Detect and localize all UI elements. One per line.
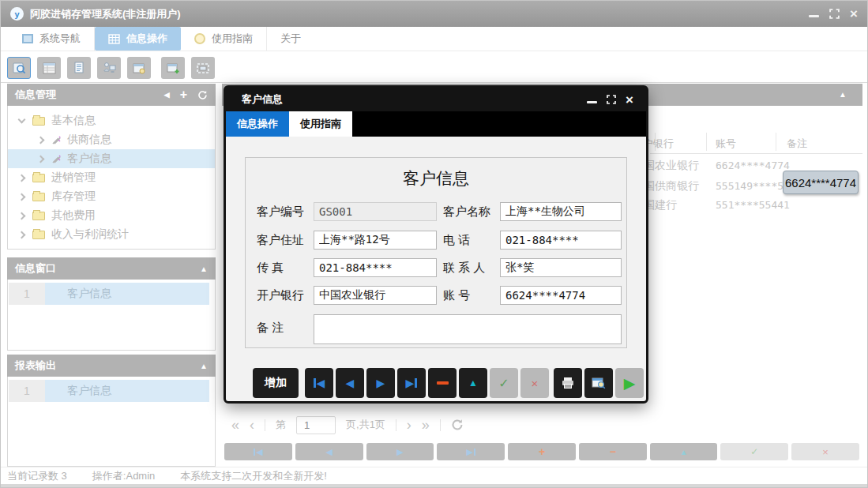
- form-title: 客户信息: [246, 167, 626, 190]
- dialog-titlebar[interactable]: 客户信息 ×: [226, 88, 646, 111]
- chevron-right-icon[interactable]: [18, 193, 26, 201]
- tab-label: 使用指南: [212, 32, 253, 46]
- first-page-icon[interactable]: «: [231, 418, 239, 432]
- grid-prev-button[interactable]: ◀: [295, 443, 363, 460]
- record-first-button[interactable]: ◀: [305, 368, 333, 398]
- preview-icon: [592, 377, 606, 389]
- field-label-address: 客户住址: [257, 233, 304, 248]
- toolbar-document-button[interactable]: [67, 57, 91, 79]
- tree-item-inventory[interactable]: 库存管理: [8, 187, 215, 206]
- tab-about[interactable]: 关于: [267, 27, 314, 51]
- tool-icon: [51, 154, 62, 164]
- dialog-minimize-icon[interactable]: [587, 101, 597, 103]
- dialog-tabbar: 信息操作 使用指南: [226, 111, 646, 137]
- menu-tabbar: 系统导航 信息操作 使用指南 关于: [1, 27, 867, 51]
- toolbar-user-button[interactable]: [97, 57, 121, 79]
- toolbar-preview-button[interactable]: [7, 57, 31, 79]
- customer-fax-field[interactable]: [314, 258, 437, 277]
- collapse-up-icon[interactable]: ▲: [200, 362, 208, 370]
- tree-item-basic-info[interactable]: 基本信息: [8, 111, 215, 130]
- add-icon[interactable]: +: [180, 88, 187, 101]
- record-prev-button[interactable]: ◀: [336, 368, 364, 398]
- panel-header-info-management[interactable]: 信息管理 ◀ +: [7, 84, 216, 106]
- refresh-icon[interactable]: [197, 90, 208, 100]
- grid-delete-button[interactable]: −: [579, 443, 647, 460]
- collapse-left-icon[interactable]: ◀: [164, 91, 170, 99]
- customer-info-dialog: 客户信息 × 信息操作 使用指南 客户信息 客户编号 客户名称 客户住址 电 话: [224, 85, 648, 404]
- collapse-up-icon[interactable]: ▲: [200, 265, 208, 273]
- record-last-button[interactable]: ▶: [397, 368, 426, 398]
- customer-bank-field[interactable]: [314, 286, 437, 305]
- list-item[interactable]: 1 客户信息: [9, 380, 209, 402]
- grid-cancel-button[interactable]: ×: [791, 443, 859, 460]
- grid-last-button[interactable]: ▶: [437, 443, 505, 460]
- record-next-button[interactable]: ▶: [366, 368, 395, 398]
- tree-item-customer-info[interactable]: 客户信息: [8, 149, 215, 168]
- toolbar-form-button[interactable]: [37, 57, 61, 79]
- customer-contact-field[interactable]: [500, 258, 622, 277]
- print-button[interactable]: [554, 368, 582, 398]
- refresh-icon[interactable]: [451, 419, 464, 431]
- customer-address-field[interactable]: [314, 231, 437, 250]
- record-delete-button[interactable]: [428, 368, 457, 398]
- customer-account-field[interactable]: [500, 286, 622, 305]
- printer-icon: [561, 377, 575, 389]
- customer-name-field[interactable]: [500, 202, 622, 221]
- tree-label: 其他费用: [51, 208, 96, 223]
- grid-next-button[interactable]: ▶: [366, 443, 434, 460]
- dialog-close-icon[interactable]: ×: [626, 93, 633, 107]
- list-item[interactable]: 1 客户信息: [9, 283, 209, 305]
- toolbar-window-frame-button[interactable]: [191, 57, 215, 79]
- tab-system-nav[interactable]: 系统导航: [9, 27, 95, 51]
- page-number-input[interactable]: [296, 416, 336, 434]
- grid-confirm-button[interactable]: ✓: [720, 443, 788, 460]
- chevron-right-icon[interactable]: [18, 174, 26, 182]
- tree-item-income-profit[interactable]: 收入与利润统计: [8, 225, 215, 244]
- panel-header-info-window[interactable]: 信息窗口 ▲: [7, 257, 216, 280]
- chevron-right-icon[interactable]: [18, 231, 26, 238]
- clock-icon: [194, 33, 205, 44]
- dialog-maximize-icon[interactable]: [607, 95, 616, 104]
- grid-add-button[interactable]: +: [508, 443, 576, 460]
- record-confirm-button[interactable]: ✓: [490, 368, 518, 398]
- customer-code-field[interactable]: [314, 202, 437, 221]
- collapse-up-icon[interactable]: ▲: [839, 90, 847, 99]
- row-index: 1: [9, 283, 45, 305]
- chevron-right-icon[interactable]: [37, 155, 45, 163]
- toolbar-window-new-button[interactable]: [161, 57, 185, 79]
- field-label-name: 客户名称: [443, 205, 490, 220]
- toolbar: [1, 51, 867, 83]
- customer-note-field[interactable]: [314, 314, 622, 344]
- prev-page-icon[interactable]: ‹: [250, 418, 254, 432]
- record-cancel-button[interactable]: ×: [520, 368, 549, 398]
- panel-title: 信息管理: [15, 88, 56, 102]
- toolbar-window-search-button[interactable]: [127, 57, 151, 79]
- tab-user-guide[interactable]: 使用指南: [181, 27, 267, 51]
- page-suffix: 页,共1页: [346, 418, 385, 432]
- tree-item-other-fees[interactable]: 其他费用: [8, 206, 215, 225]
- field-label-bank: 开户银行: [257, 288, 304, 303]
- record-edit-button[interactable]: ▲: [459, 368, 487, 398]
- next-page-icon[interactable]: ›: [407, 418, 411, 432]
- chevron-right-icon[interactable]: [37, 136, 45, 144]
- run-button[interactable]: ▶: [615, 368, 644, 398]
- tree-item-supplier-info[interactable]: 供商信息: [8, 130, 215, 149]
- chevron-down-icon[interactable]: [18, 116, 26, 124]
- dialog-tab-user-guide[interactable]: 使用指南: [289, 111, 352, 137]
- field-label-account: 账 号: [443, 288, 470, 303]
- grid-first-button[interactable]: ◀: [224, 443, 292, 460]
- tree-item-purchase-sale[interactable]: 进销管理: [8, 168, 215, 187]
- panel-header-report-output[interactable]: 报表输出 ▲: [7, 355, 216, 377]
- grid-edit-button[interactable]: ▲: [650, 443, 718, 460]
- dialog-tab-info-operation[interactable]: 信息操作: [226, 111, 289, 137]
- print-preview-button[interactable]: [584, 368, 613, 398]
- last-page-icon[interactable]: »: [422, 418, 430, 432]
- close-icon[interactable]: ×: [850, 7, 858, 21]
- folder-icon: [32, 231, 45, 239]
- restore-icon[interactable]: [829, 9, 840, 19]
- minimize-icon[interactable]: [809, 15, 819, 17]
- tab-info-operation[interactable]: 信息操作: [95, 27, 181, 51]
- chevron-right-icon[interactable]: [18, 212, 26, 220]
- add-record-button[interactable]: 增加: [253, 368, 299, 398]
- customer-phone-field[interactable]: [500, 231, 622, 250]
